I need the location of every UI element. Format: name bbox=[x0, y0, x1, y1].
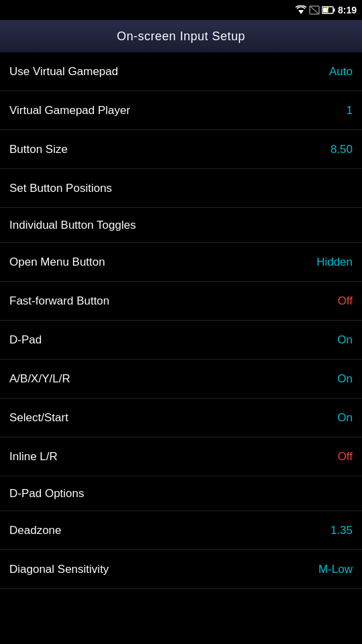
label-d-pad-options: D-Pad Options bbox=[9, 487, 84, 500]
status-icons bbox=[295, 5, 335, 15]
label-open-menu-button: Open Menu Button bbox=[9, 256, 105, 269]
settings-item-use-virtual-gamepad[interactable]: Use Virtual GamepadAuto bbox=[0, 52, 362, 91]
svg-rect-4 bbox=[333, 9, 335, 12]
label-virtual-gamepad-player: Virtual Gamepad Player bbox=[9, 104, 130, 117]
settings-item-d-pad[interactable]: D-PadOn bbox=[0, 321, 362, 360]
label-individual-button-toggles: Individual Button Toggles bbox=[9, 219, 136, 232]
settings-item-select-start[interactable]: Select/StartOn bbox=[0, 398, 362, 437]
no-sim-icon bbox=[309, 5, 320, 15]
page-title: On-screen Input Setup bbox=[117, 30, 245, 44]
settings-item-d-pad-options: D-Pad Options bbox=[0, 476, 362, 511]
value-diagonal-sensitivity: M-Low bbox=[318, 563, 353, 576]
settings-item-abxylr[interactable]: A/B/X/Y/L/ROn bbox=[0, 360, 362, 398]
settings-item-individual-button-toggles: Individual Button Toggles bbox=[0, 208, 362, 243]
settings-item-diagonal-sensitivity[interactable]: Diagonal SensitivityM-Low bbox=[0, 550, 362, 589]
page-header: On-screen Input Setup bbox=[0, 20, 362, 52]
label-fast-forward-button: Fast-forward Button bbox=[9, 294, 109, 308]
value-deadzone: 1.35 bbox=[330, 524, 353, 537]
battery-icon bbox=[322, 5, 335, 15]
value-fast-forward-button: Off bbox=[338, 294, 353, 308]
label-button-size: Button Size bbox=[9, 143, 68, 156]
svg-line-2 bbox=[310, 6, 319, 14]
label-diagonal-sensitivity: Diagonal Sensitivity bbox=[9, 563, 109, 576]
label-use-virtual-gamepad: Use Virtual Gamepad bbox=[9, 65, 118, 78]
value-use-virtual-gamepad: Auto bbox=[329, 65, 353, 78]
status-bar: 8:19 bbox=[0, 0, 362, 20]
value-inline-lr: Off bbox=[338, 450, 353, 464]
label-select-start: Select/Start bbox=[9, 411, 68, 425]
wifi-icon bbox=[295, 5, 307, 15]
svg-marker-0 bbox=[298, 10, 304, 14]
label-inline-lr: Inline L/R bbox=[9, 450, 58, 464]
label-abxylr: A/B/X/Y/L/R bbox=[9, 372, 70, 386]
value-d-pad: On bbox=[337, 333, 353, 347]
value-virtual-gamepad-player: 1 bbox=[347, 104, 353, 117]
settings-item-inline-lr[interactable]: Inline L/ROff bbox=[0, 437, 362, 476]
value-select-start: On bbox=[337, 411, 353, 425]
settings-item-virtual-gamepad-player[interactable]: Virtual Gamepad Player1 bbox=[0, 91, 362, 130]
value-open-menu-button: Hidden bbox=[316, 256, 353, 269]
settings-item-button-size[interactable]: Button Size8.50 bbox=[0, 130, 362, 169]
settings-list: Use Virtual GamepadAutoVirtual Gamepad P… bbox=[0, 52, 362, 589]
settings-item-set-button-positions[interactable]: Set Button Positions bbox=[0, 169, 362, 208]
label-d-pad: D-Pad bbox=[9, 333, 42, 347]
settings-item-fast-forward-button[interactable]: Fast-forward ButtonOff bbox=[0, 282, 362, 321]
label-set-button-positions: Set Button Positions bbox=[9, 182, 112, 195]
label-deadzone: Deadzone bbox=[9, 524, 62, 537]
settings-item-deadzone[interactable]: Deadzone1.35 bbox=[0, 511, 362, 550]
value-button-size: 8.50 bbox=[330, 143, 353, 156]
value-abxylr: On bbox=[337, 372, 353, 386]
status-time: 8:19 bbox=[338, 5, 357, 15]
settings-item-open-menu-button[interactable]: Open Menu ButtonHidden bbox=[0, 243, 362, 282]
